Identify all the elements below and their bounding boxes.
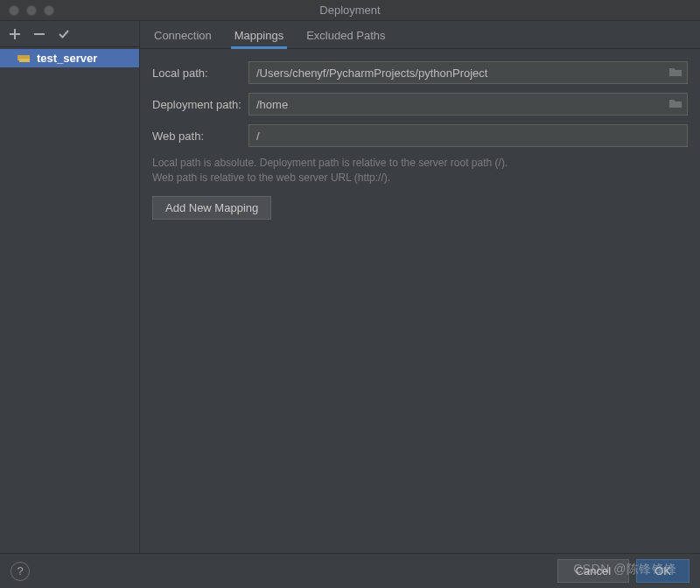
sidebar: test_server: [0, 21, 140, 553]
web-path-label: Web path:: [152, 130, 248, 143]
titlebar: Deployment: [0, 0, 700, 21]
field-row-deployment-path: Deployment path:: [152, 93, 688, 116]
field-row-local-path: Local path:: [152, 61, 688, 84]
server-type-icon: [18, 53, 32, 64]
hint-line-1: Local path is absolute. Deployment path …: [152, 157, 508, 169]
window-controls: [0, 5, 54, 16]
field-row-web-path: Web path:: [152, 124, 688, 147]
svg-rect-2: [34, 33, 45, 35]
add-icon[interactable]: [9, 28, 21, 40]
folder-icon[interactable]: [668, 97, 682, 112]
checkmark-icon[interactable]: [58, 28, 70, 40]
deployment-path-label: Deployment path:: [152, 98, 248, 111]
local-path-label: Local path:: [152, 66, 248, 80]
folder-icon[interactable]: [668, 66, 682, 80]
cancel-button[interactable]: Cancel: [557, 559, 629, 583]
tabs: Connection Mappings Excluded Paths: [140, 21, 700, 49]
tab-excluded-paths[interactable]: Excluded Paths: [304, 22, 387, 48]
add-new-mapping-button[interactable]: Add New Mapping: [152, 196, 271, 220]
minimize-window-icon[interactable]: [26, 5, 37, 16]
main-panel: Connection Mappings Excluded Paths Local…: [140, 21, 700, 553]
svg-rect-4: [19, 59, 30, 62]
hint-line-2: Web path is relative to the web server U…: [152, 172, 390, 184]
zoom-window-icon[interactable]: [44, 5, 54, 16]
ok-button[interactable]: OK: [636, 559, 690, 583]
deployment-path-input[interactable]: [248, 93, 688, 116]
content-area: test_server Connection Mappings Excluded…: [0, 21, 700, 553]
help-button[interactable]: ?: [10, 562, 30, 581]
close-window-icon[interactable]: [9, 5, 19, 16]
server-list: test_server: [0, 47, 139, 553]
local-path-input[interactable]: [248, 61, 688, 84]
window-title: Deployment: [0, 4, 700, 17]
remove-icon[interactable]: [33, 28, 46, 40]
svg-rect-1: [10, 33, 20, 35]
tab-mappings[interactable]: Mappings: [233, 22, 285, 48]
server-item-label: test_server: [37, 52, 97, 65]
sidebar-toolbar: [0, 21, 139, 47]
web-path-input[interactable]: [248, 124, 688, 147]
mappings-panel: Local path: Deployment path:: [140, 49, 700, 553]
server-item-test-server[interactable]: test_server: [0, 49, 139, 67]
hint-text: Local path is absolute. Deployment path …: [152, 156, 688, 186]
tab-connection[interactable]: Connection: [152, 22, 214, 48]
dialog-footer: ? Cancel OK: [0, 553, 700, 588]
